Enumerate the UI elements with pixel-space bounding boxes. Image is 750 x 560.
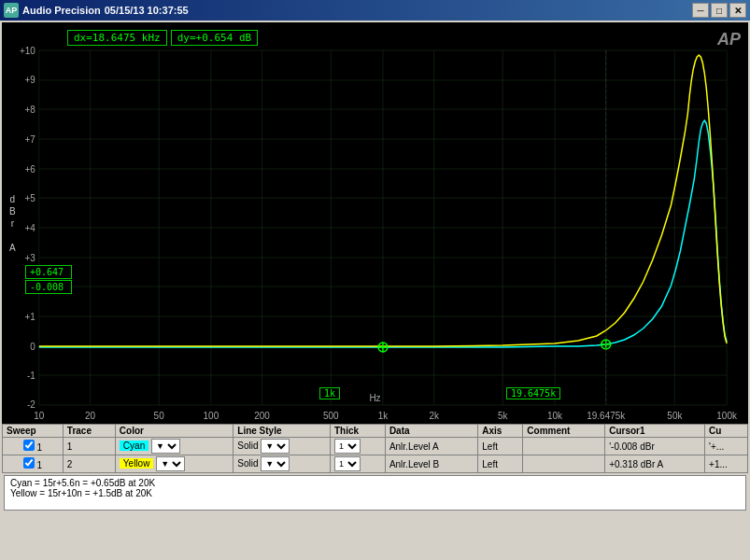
svg-text:+7: +7 <box>24 134 35 145</box>
row1-cu: '+... <box>705 438 748 455</box>
row1-color: Cyan ▼ <box>115 438 233 455</box>
value-box-2: -0.008 <box>25 280 72 294</box>
col-header-axis: Axis <box>478 425 523 438</box>
ap-logo: AP <box>717 30 741 49</box>
title-bar: AP Audio Precision 05/15/13 10:37:55 ─ □… <box>0 0 750 21</box>
app-title: Audio Precision <box>22 5 101 16</box>
title-bar-left: AP Audio Precision 05/15/13 10:37:55 <box>4 3 189 18</box>
svg-text:-2: -2 <box>27 399 35 410</box>
svg-text:+10: +10 <box>20 46 35 56</box>
maximize-button[interactable]: □ <box>711 3 728 18</box>
svg-text:100: 100 <box>204 411 219 421</box>
row2-check-input[interactable] <box>23 457 35 469</box>
datetime: 05/15/13 10:37:55 <box>105 5 189 16</box>
row1-check-input[interactable] <box>23 440 35 451</box>
svg-text:1k: 1k <box>378 411 389 421</box>
y-labels: +10 +9 +8 +7 +6 +5 +4 +3 +2 +1 0 -1 -2 <box>20 46 35 410</box>
row2-data: Anlr.Level B <box>385 455 477 473</box>
row2-comment <box>523 455 605 473</box>
svg-text:+1: +1 <box>24 312 35 322</box>
row1-cursor1: '-0.008 dBr <box>605 438 705 455</box>
cursor-info: dx=18.6475 kHz dy=+0.654 dB <box>67 30 258 46</box>
row2-cursor1: +0.318 dBr A <box>605 455 705 473</box>
svg-text:200: 200 <box>254 411 270 421</box>
row1-comment <box>523 438 605 455</box>
svg-text:20: 20 <box>85 411 96 421</box>
row2-color-select[interactable]: ▼ <box>156 456 185 471</box>
col-header-linestyle: Line Style <box>233 425 331 438</box>
svg-text:100k: 100k <box>716 411 737 421</box>
row2-thick-select[interactable]: 1 <box>334 456 361 471</box>
svg-text:10: 10 <box>34 411 45 421</box>
data-table: Sweep Trace Color Line Style Thick Data … <box>2 424 748 473</box>
col-header-thick: Thick <box>330 425 385 438</box>
row2-thick: 1 <box>330 455 385 473</box>
svg-text:+9: +9 <box>24 75 35 85</box>
row1-trace: 1 <box>63 438 115 455</box>
notes-area: Cyan = 15r+5.6n = +0.65dB at 20K Yellow … <box>4 475 746 511</box>
row2-color: Yellow ▼ <box>115 455 233 473</box>
col-header-sweep: Sweep <box>3 425 64 438</box>
svg-text:10k: 10k <box>547 411 562 421</box>
freq-highlight-1k: 1k <box>319 387 340 399</box>
title-bar-buttons: ─ □ ✕ <box>692 3 746 18</box>
notes-line-1: Cyan = 15r+5.6n = +0.65dB at 20K <box>10 478 740 488</box>
chart-container: dx=18.6475 kHz dy=+0.654 dB AP dBrA +0.6… <box>2 22 748 424</box>
svg-text:+5: +5 <box>24 193 35 203</box>
cursor-dx: dx=18.6475 kHz <box>67 30 167 46</box>
color-swatch-yellow: Yellow <box>120 458 154 469</box>
cursor-dy: dy=+0.654 dB <box>171 30 258 46</box>
svg-text:50k: 50k <box>667 411 682 421</box>
table-wrapper: Sweep Trace Color Line Style Thick Data … <box>2 424 748 473</box>
x-labels: 10 20 50 100 200 500 1k 2k 5k 10k 19.647… <box>34 411 737 421</box>
notes-line-2: Yellow = 15r+10n = +1.5dB at 20K <box>10 488 740 498</box>
svg-text:+4: +4 <box>24 223 35 233</box>
col-header-cursor1: Cursor1 <box>605 425 705 438</box>
col-header-data: Data <box>385 425 477 438</box>
row1-linestyle: Solid ▼ <box>233 438 331 455</box>
row2-linestyle-select[interactable]: ▼ <box>261 456 290 471</box>
row2-cu: +1... <box>705 455 748 473</box>
row1-color-select[interactable]: ▼ <box>151 439 180 454</box>
row1-axis: Left <box>478 438 523 455</box>
chart-svg: +10 +9 +8 +7 +6 +5 +4 +3 +2 +1 0 -1 -2 1… <box>2 22 748 424</box>
value-boxes: +0.647 -0.008 <box>25 265 72 294</box>
row2-axis: Left <box>478 455 523 473</box>
row1-thick: 1 <box>330 438 385 455</box>
row2-linestyle: Solid ▼ <box>233 455 331 473</box>
svg-text:5k: 5k <box>498 411 508 421</box>
col-header-color: Color <box>115 425 233 438</box>
svg-text:0: 0 <box>30 342 35 352</box>
svg-text:2k: 2k <box>429 411 439 421</box>
table-row: 1 1 Cyan ▼ Solid ▼ 1 Anlr.Level A <box>3 438 748 455</box>
svg-text:500: 500 <box>323 411 339 421</box>
svg-text:50: 50 <box>154 411 165 421</box>
row1-thick-select[interactable]: 1 <box>334 439 361 454</box>
row1-checkbox[interactable]: 1 <box>3 438 64 455</box>
minimize-button[interactable]: ─ <box>692 3 709 18</box>
svg-text:+6: +6 <box>24 164 35 175</box>
row1-linestyle-select[interactable]: ▼ <box>261 439 290 454</box>
svg-text:+8: +8 <box>24 105 35 115</box>
color-swatch-cyan: Cyan <box>120 441 149 451</box>
app-icon: AP <box>4 3 19 18</box>
bottom-section: Sweep Trace Color Line Style Thick Data … <box>2 424 748 511</box>
freq-highlight-19k: 19.6475k <box>506 387 560 399</box>
row2-trace: 2 <box>63 455 115 473</box>
svg-text:19.6475k: 19.6475k <box>587 411 625 421</box>
value-box-1: +0.647 <box>25 265 72 279</box>
row1-data: Anlr.Level A <box>385 438 477 455</box>
crosshair-1k <box>378 343 388 352</box>
col-header-comment: Comment <box>523 425 605 438</box>
close-button[interactable]: ✕ <box>729 3 746 18</box>
y-axis-label: dBrA <box>9 193 16 254</box>
col-header-cu: Cu <box>705 425 748 438</box>
svg-text:-1: -1 <box>27 371 35 381</box>
col-header-trace: Trace <box>63 425 115 438</box>
table-row: 1 2 Yellow ▼ Solid ▼ 1 Anlr.Level B <box>3 455 748 473</box>
row2-checkbox[interactable]: 1 <box>3 455 64 473</box>
svg-text:+3: +3 <box>24 253 35 263</box>
hz-label: Hz <box>369 393 380 403</box>
